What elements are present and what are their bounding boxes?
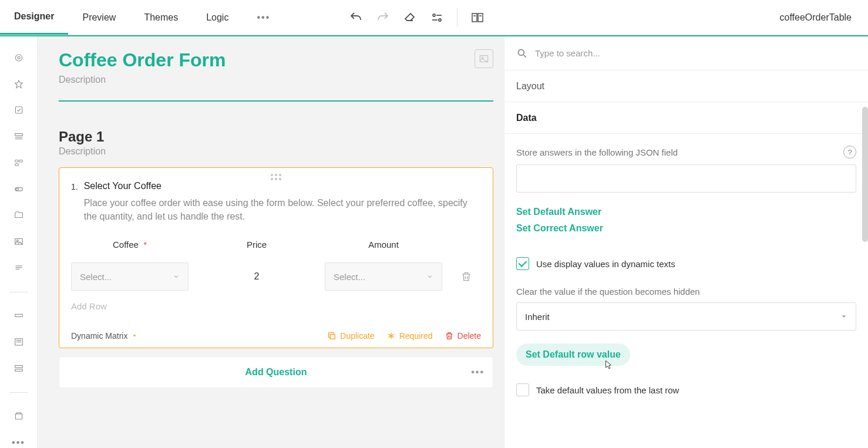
dropdown-icon[interactable] — [12, 132, 26, 142]
column-price[interactable]: Price — [198, 240, 315, 250]
project-name[interactable]: coffeeOrderTable — [768, 12, 863, 23]
chevron-down-icon — [173, 273, 180, 280]
svg-point-35 — [518, 49, 524, 55]
set-correct-answer-button[interactable]: Set Correct Answer — [516, 223, 856, 234]
title-underline — [59, 100, 493, 102]
section-layout[interactable]: Layout — [504, 70, 868, 102]
tab-designer[interactable]: Designer — [0, 0, 68, 35]
question-description[interactable]: Place your coffee order with ease using … — [84, 196, 481, 223]
tab-themes[interactable]: Themes — [130, 0, 192, 35]
tab-logic[interactable]: Logic — [192, 0, 243, 35]
panel-icon[interactable] — [12, 411, 26, 421]
undo-icon[interactable] — [349, 11, 363, 25]
svg-line-36 — [524, 55, 526, 57]
page-description[interactable]: Description — [59, 146, 493, 157]
select-placeholder: Select... — [80, 272, 112, 282]
delete-row-icon[interactable] — [460, 271, 472, 282]
question-type-selector[interactable]: Dynamic Matrix — [71, 331, 138, 341]
coffee-select[interactable]: Select... — [71, 262, 189, 291]
set-default-answer-button[interactable]: Set Default Answer — [516, 207, 601, 217]
svg-rect-17 — [15, 164, 18, 166]
search-input[interactable] — [535, 48, 856, 58]
asterisk-icon — [386, 331, 396, 341]
help-icon[interactable]: ? — [843, 146, 856, 159]
svg-point-33 — [482, 57, 483, 59]
tab-more[interactable]: ••• — [243, 0, 284, 35]
preview-icon[interactable] — [470, 11, 485, 25]
redo-icon[interactable] — [376, 11, 390, 25]
clear-value-select[interactable]: Inherit — [516, 302, 856, 331]
svg-rect-5 — [478, 14, 483, 22]
matrix-table: Coffee * Price Amount Select... 2 Select… — [71, 240, 481, 311]
column-coffee[interactable]: Coffee * — [71, 240, 189, 250]
svg-marker-10 — [15, 80, 22, 88]
tagbox-icon[interactable] — [12, 158, 26, 168]
multipletext-icon[interactable] — [12, 363, 26, 373]
question-title[interactable]: Select Your Coffee — [84, 181, 481, 191]
drag-handle-icon[interactable] — [271, 174, 281, 180]
properties-panel: Layout Data Store answers in the followi… — [504, 36, 868, 448]
svg-point-2 — [439, 19, 441, 21]
logo-placeholder[interactable] — [475, 49, 493, 68]
file-icon[interactable] — [12, 210, 26, 220]
html-icon[interactable] — [12, 263, 26, 273]
image-icon[interactable] — [12, 237, 26, 247]
comment-icon[interactable] — [12, 337, 26, 347]
add-question-more-icon[interactable]: ••• — [471, 367, 485, 378]
sidebar-separator-2 — [9, 392, 28, 393]
svg-rect-32 — [480, 56, 488, 62]
duplicate-icon — [327, 331, 337, 341]
take-default-last-row-checkbox[interactable] — [516, 383, 529, 396]
svg-rect-16 — [19, 160, 22, 161]
eraser-icon[interactable] — [403, 11, 417, 25]
question-card[interactable]: 1. Select Your Coffee Place your coffee … — [59, 167, 493, 348]
section-data[interactable]: Data — [504, 102, 868, 134]
page-title[interactable]: Page 1 — [59, 129, 493, 145]
boolean-icon[interactable] — [12, 184, 26, 194]
image-icon — [478, 53, 490, 64]
top-bar: Designer Preview Themes Logic ••• coffee… — [0, 0, 868, 35]
set-default-row-value-button[interactable]: Set Default row value — [516, 343, 630, 366]
svg-rect-15 — [15, 160, 18, 161]
svg-rect-12 — [15, 134, 22, 136]
clear-value-label: Clear the value if the question becomes … — [516, 287, 856, 297]
checkbox-icon[interactable] — [12, 105, 26, 115]
svg-rect-34 — [331, 335, 335, 339]
radiogroup-icon[interactable] — [12, 53, 26, 63]
cursor-icon — [603, 358, 614, 372]
sidebar-more-icon[interactable]: ••• — [12, 437, 25, 448]
use-display-values-checkbox[interactable] — [516, 257, 529, 270]
tab-preview[interactable]: Preview — [68, 0, 130, 35]
left-sidebar: ••• — [0, 36, 38, 448]
delete-button[interactable]: Delete — [445, 331, 481, 341]
trash-icon — [445, 331, 454, 341]
required-button[interactable]: Required — [386, 331, 433, 341]
svg-point-9 — [17, 56, 19, 59]
chevron-down-icon — [131, 332, 138, 339]
add-question-button[interactable]: Add Question ••• — [59, 356, 493, 388]
search-row — [504, 36, 868, 70]
amount-select[interactable]: Select... — [325, 262, 442, 291]
singleinput-icon[interactable] — [12, 311, 26, 321]
svg-rect-4 — [472, 14, 477, 22]
chevron-down-icon — [426, 273, 433, 280]
store-json-input[interactable] — [516, 164, 856, 193]
column-amount[interactable]: Amount — [325, 240, 442, 250]
svg-rect-11 — [15, 107, 22, 113]
chevron-down-icon — [840, 313, 847, 320]
add-row-button[interactable]: Add Row — [71, 301, 481, 311]
sidebar-separator — [9, 292, 28, 292]
price-value[interactable]: 2 — [198, 271, 315, 282]
rating-icon[interactable] — [12, 79, 26, 89]
main-tabs: Designer Preview Themes Logic ••• — [0, 0, 284, 35]
svg-rect-30 — [15, 365, 22, 367]
store-json-label: Store answers in the following JSON fiel… — [516, 146, 856, 159]
survey-description[interactable]: Description — [59, 75, 226, 85]
settings-icon[interactable] — [430, 11, 444, 25]
search-icon — [516, 48, 528, 59]
survey-title[interactable]: Coffee Order Form — [59, 49, 226, 71]
toolbar-separator — [457, 8, 457, 27]
select-placeholder: Select... — [334, 272, 365, 282]
duplicate-button[interactable]: Duplicate — [327, 331, 374, 341]
scrollbar[interactable] — [862, 107, 868, 242]
